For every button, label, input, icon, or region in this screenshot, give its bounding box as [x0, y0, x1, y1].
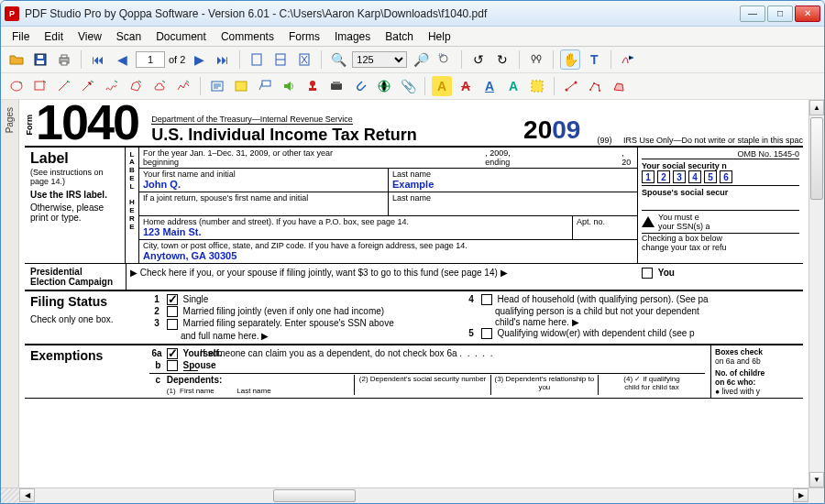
maximize-button[interactable]: □	[767, 5, 793, 22]
city-field[interactable]: Anytown, GA 30305	[143, 250, 633, 261]
polygon-annot-icon[interactable]	[126, 76, 146, 96]
arrow-annot-icon[interactable]	[78, 76, 98, 96]
zoom-out-icon[interactable]: 🔍	[328, 49, 348, 70]
svg-point-29	[598, 84, 600, 86]
sticky-note-icon[interactable]	[231, 76, 251, 96]
cloud-annot-icon[interactable]	[149, 76, 170, 96]
svg-rect-16	[236, 82, 247, 91]
ex-yourself-checkbox[interactable]	[167, 348, 178, 359]
menu-batch[interactable]: Batch	[378, 27, 421, 46]
first-name-field[interactable]: John Q.	[143, 179, 384, 190]
document-viewport[interactable]: Form 1040 Department of the Treasury—Int…	[19, 100, 808, 488]
link-icon[interactable]	[374, 76, 394, 96]
fs-mfs-checkbox[interactable]	[167, 319, 178, 330]
prev-page-icon[interactable]: ◀	[112, 49, 132, 70]
open-icon[interactable]	[6, 49, 27, 70]
menu-forms[interactable]: Forms	[281, 27, 327, 46]
first-page-icon[interactable]: ⏮	[88, 49, 108, 70]
fit-width-icon[interactable]	[270, 49, 291, 70]
scroll-thumb[interactable]	[810, 117, 823, 200]
paperclip-icon[interactable]: 📎	[398, 76, 418, 96]
highlight-icon[interactable]: A	[432, 76, 452, 96]
measure-distance-icon[interactable]	[561, 76, 581, 96]
measure-area-icon[interactable]	[609, 76, 629, 96]
address-field[interactable]: 123 Main St.	[143, 226, 568, 237]
attach-file-icon[interactable]	[350, 76, 370, 96]
fs-single-checkbox[interactable]	[167, 294, 178, 305]
zoom-in-icon[interactable]: 🔎	[411, 49, 431, 70]
rotate-ccw-icon[interactable]: ↺	[468, 49, 489, 70]
strikeout-icon[interactable]: A	[456, 76, 476, 96]
menu-view[interactable]: View	[71, 27, 109, 46]
pencil-annot-icon[interactable]	[102, 76, 122, 96]
code-99: (99)	[597, 136, 611, 145]
search-icon[interactable]	[526, 49, 546, 70]
scroll-up-icon[interactable]: ▲	[809, 100, 824, 115]
circle-annot-icon[interactable]	[6, 76, 27, 96]
menu-scan[interactable]: Scan	[109, 27, 148, 46]
actual-size-icon[interactable]	[294, 49, 314, 70]
fs-hoh-checkbox[interactable]	[481, 294, 492, 305]
menu-comments[interactable]: Comments	[214, 27, 281, 46]
save-icon[interactable]	[30, 49, 50, 70]
last-page-icon[interactable]: ⏭	[213, 49, 233, 70]
svg-point-11	[532, 55, 535, 60]
svg-rect-5	[61, 61, 67, 65]
pages-panel-tab[interactable]: Pages	[1, 100, 19, 488]
print-icon[interactable]	[54, 49, 74, 70]
window-title: PDF Studio Pro by Qoppa Software - Versi…	[25, 7, 740, 20]
line-annot-icon[interactable]	[54, 76, 74, 96]
next-page-icon[interactable]: ▶	[189, 49, 209, 70]
svg-rect-20	[312, 85, 314, 88]
menu-help[interactable]: Help	[421, 27, 458, 46]
area-highlight-icon[interactable]	[527, 76, 547, 96]
minimize-button[interactable]: —	[740, 5, 765, 22]
svg-rect-22	[333, 82, 340, 84]
scroll-left-icon[interactable]: ◀	[19, 488, 35, 502]
fs-mfj-checkbox[interactable]	[167, 306, 178, 317]
ex-spouse-checkbox[interactable]	[167, 360, 178, 371]
you-checkbox[interactable]	[642, 268, 653, 279]
svg-point-9	[440, 55, 447, 62]
form-word: Form	[25, 115, 34, 136]
label-title: Label	[30, 150, 119, 167]
form-title: U.S. Individual Income Tax Return	[151, 126, 507, 145]
useirs: Use the IRS label.	[30, 190, 119, 200]
hand-tool-icon[interactable]: ✋	[560, 49, 580, 70]
fs-qw-checkbox[interactable]	[481, 328, 492, 339]
typewriter-icon[interactable]	[326, 76, 346, 96]
polyline-annot-icon[interactable]	[173, 76, 193, 96]
horizontal-scrollbar[interactable]: ◀ ▶	[1, 488, 824, 503]
zoom-select[interactable]: 125	[352, 51, 407, 68]
sign-icon[interactable]	[618, 49, 638, 70]
scroll-right-icon[interactable]: ▶	[793, 488, 808, 502]
menu-document[interactable]: Document	[148, 27, 214, 46]
fit-page-icon[interactable]	[247, 49, 267, 70]
sound-annot-icon[interactable]	[279, 76, 299, 96]
omb-label: OMB No. 1545-0	[642, 149, 799, 159]
rotate-cw-icon[interactable]: ↻	[492, 49, 512, 70]
underline-icon[interactable]: A	[479, 76, 500, 96]
irs-only: IRS Use Only—Do not write or staple in t…	[623, 136, 803, 145]
stamp-icon[interactable]	[302, 76, 323, 96]
callout-icon[interactable]	[255, 76, 275, 96]
scroll-down-icon[interactable]: ▼	[809, 472, 824, 488]
text-box-icon[interactable]	[207, 76, 227, 96]
vertical-scrollbar[interactable]: ▲ ▼	[808, 100, 824, 488]
resize-grip[interactable]	[1, 488, 19, 503]
marquee-zoom-icon[interactable]	[434, 49, 455, 70]
svg-rect-21	[331, 83, 342, 90]
close-button[interactable]: ✕	[795, 5, 820, 22]
menu-edit[interactable]: Edit	[37, 27, 71, 46]
page-input[interactable]	[136, 51, 165, 68]
text-select-icon[interactable]: T	[584, 49, 604, 70]
ssn-field[interactable]: 123456	[642, 170, 799, 183]
svg-point-30	[599, 90, 600, 92]
last-name-field[interactable]: Example	[392, 179, 633, 190]
measure-perimeter-icon[interactable]	[585, 76, 605, 96]
square-annot-icon[interactable]	[30, 76, 50, 96]
menu-file[interactable]: File	[5, 27, 37, 46]
hscroll-thumb[interactable]	[273, 489, 356, 502]
squiggly-icon[interactable]: A	[503, 76, 523, 96]
menu-images[interactable]: Images	[327, 27, 378, 46]
